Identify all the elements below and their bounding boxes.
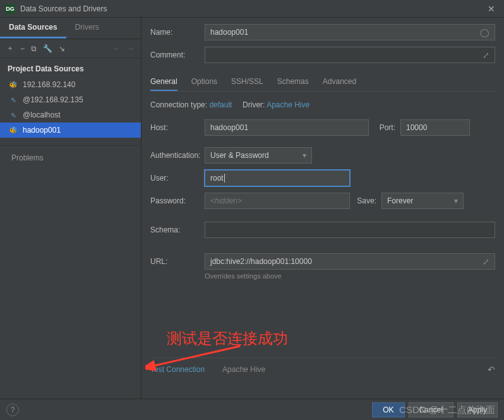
driver-name-link[interactable]: Apache Hive xyxy=(222,365,265,374)
left-tabs: Data Sources Drivers xyxy=(0,18,141,39)
ds-item-1[interactable]: ⇖@192.168.92.135 xyxy=(0,92,141,107)
name-label: Name: xyxy=(150,28,205,37)
port-input[interactable]: 10000 xyxy=(400,119,470,136)
back-icon[interactable]: ← xyxy=(113,44,121,53)
apply-button[interactable]: Apply xyxy=(457,402,498,417)
section-title: Project Data Sources xyxy=(0,58,141,77)
ds-item-2[interactable]: ⇖@localhost xyxy=(0,107,141,123)
tab-options[interactable]: Options xyxy=(191,73,217,91)
save-select[interactable]: Forever▾ xyxy=(381,193,464,209)
ok-button[interactable]: OK xyxy=(372,402,404,417)
ds-item-0[interactable]: 🐝192.168.92.140 xyxy=(0,77,141,92)
test-connection-link[interactable]: Test Connection xyxy=(150,365,205,374)
right-panel: Name: hadoop001◯ Comment: ⤢ General Opti… xyxy=(141,18,504,399)
schema-input[interactable] xyxy=(205,222,495,238)
expand-icon[interactable]: ⤢ xyxy=(483,257,489,267)
app-icon: DG xyxy=(5,4,15,14)
import-icon[interactable]: ↘ xyxy=(59,44,65,53)
save-label: Save: xyxy=(350,196,381,205)
tab-schemas[interactable]: Schemas xyxy=(277,73,309,91)
help-icon[interactable]: ? xyxy=(6,404,19,416)
expand-icon[interactable]: ⤢ xyxy=(483,51,489,60)
close-icon[interactable]: ✕ xyxy=(484,4,499,14)
chevron-down-icon: ▾ xyxy=(303,151,306,160)
db-icon: ⇖ xyxy=(9,111,18,119)
user-label: User: xyxy=(150,174,205,183)
driver-link[interactable]: Apache Hive xyxy=(267,100,309,109)
ds-item-3[interactable]: 🐝hadoop001 xyxy=(0,123,141,138)
host-input[interactable]: hadoop001 xyxy=(205,119,369,136)
forward-icon[interactable]: → xyxy=(127,44,135,53)
comment-label: Comment: xyxy=(150,51,205,59)
copy-icon[interactable]: ⧉ xyxy=(31,44,37,53)
titlebar: DG Data Sources and Drivers ✕ xyxy=(0,0,504,18)
name-input[interactable]: hadoop001◯ xyxy=(205,24,495,40)
clear-icon[interactable]: ◯ xyxy=(480,28,489,37)
comment-input[interactable]: ⤢ xyxy=(205,47,495,63)
undo-icon[interactable]: ↶ xyxy=(488,364,495,375)
password-label: Password: xyxy=(150,196,205,205)
url-input[interactable]: jdbc:hive2://hadoop001:10000⤢ xyxy=(205,253,495,270)
button-bar: ? OK Cancel Apply xyxy=(0,399,504,420)
url-note: Overrides settings above xyxy=(205,272,495,280)
problems-section[interactable]: Problems xyxy=(0,146,141,170)
chevron-down-icon: ▾ xyxy=(454,196,458,205)
user-input[interactable]: root xyxy=(205,170,350,186)
connection-line: Connection type: default Driver: Apache … xyxy=(150,100,495,109)
host-label: Host: xyxy=(150,123,205,132)
schema-label: Schema: xyxy=(150,225,205,234)
hive-icon: 🐝 xyxy=(9,80,18,89)
left-panel: Data Sources Drivers ＋ − ⧉ 🔧 ↘ ← → Proje… xyxy=(0,18,141,399)
remove-icon[interactable]: − xyxy=(20,44,25,53)
tab-advanced[interactable]: Advanced xyxy=(323,73,356,91)
tab-general[interactable]: General xyxy=(150,73,177,91)
tab-data-sources[interactable]: Data Sources xyxy=(0,18,66,39)
tab-ssh[interactable]: SSH/SSL xyxy=(231,73,263,91)
left-toolbar: ＋ − ⧉ 🔧 ↘ ← → xyxy=(0,39,141,58)
cancel-button[interactable]: Cancel xyxy=(409,402,453,417)
add-icon[interactable]: ＋ xyxy=(6,43,14,54)
port-label: Port: xyxy=(369,123,400,132)
hive-icon: 🐝 xyxy=(9,126,18,135)
settings-tabs: General Options SSH/SSL Schemas Advanced xyxy=(150,73,495,92)
bottom-links: Test Connection Apache Hive ↶ xyxy=(150,357,495,375)
password-input[interactable]: <hidden> xyxy=(205,193,350,209)
tab-drivers[interactable]: Drivers xyxy=(66,18,108,39)
wrench-icon[interactable]: 🔧 xyxy=(43,44,52,53)
auth-select[interactable]: User & Password▾ xyxy=(205,147,312,164)
url-label: URL: xyxy=(150,257,205,266)
window-title: Data Sources and Drivers xyxy=(20,4,484,13)
auth-label: Authentication: xyxy=(150,151,205,160)
conn-type-link[interactable]: default xyxy=(209,100,232,109)
db-icon: ⇖ xyxy=(9,95,18,104)
